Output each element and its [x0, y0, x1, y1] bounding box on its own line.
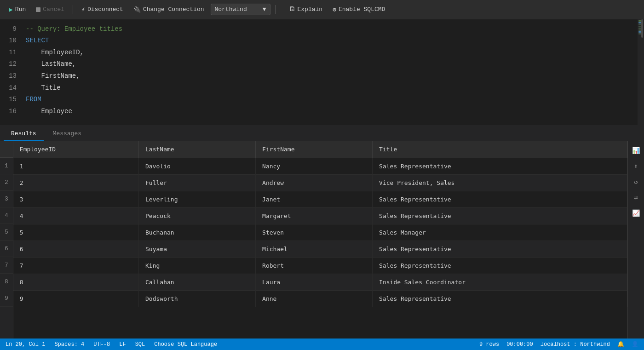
- results-table: EmployeeIDLastNameFirstNameTitle 1Davoli…: [13, 141, 627, 307]
- explain-label: Explain: [298, 6, 323, 13]
- row-number: 1: [0, 158, 13, 174]
- row-number: 6: [0, 241, 13, 257]
- toolbar-right: 🖺 Explain ⚙ Enable SQLCMD: [286, 4, 389, 15]
- database-dropdown[interactable]: Northwind ▼: [211, 4, 270, 15]
- change-connection-button[interactable]: 🔌 Change Connection: [130, 4, 208, 15]
- table-header: FirstName: [256, 141, 373, 158]
- choose-language[interactable]: Choose SQL Language: [154, 341, 217, 348]
- table-header: Title: [373, 141, 627, 158]
- change-connection-label: Change Connection: [143, 6, 204, 13]
- table-cell: Janet: [256, 191, 373, 207]
- table-cell: Nancy: [256, 158, 373, 174]
- table-cell: Davolio: [139, 158, 256, 174]
- export-icon[interactable]: ⬆: [631, 161, 642, 172]
- table-cell: Robert: [256, 257, 373, 274]
- code-area[interactable]: -- Query: Employee titlesSELECT Employee…: [22, 19, 638, 125]
- user-icon[interactable]: 👤: [632, 341, 638, 348]
- database-name: Northwind: [215, 6, 247, 13]
- row-number-column: 123456789: [0, 141, 13, 339]
- schema-icon[interactable]: ⇄: [631, 192, 642, 203]
- table-cell: Peacock: [139, 207, 256, 224]
- table-cell: Vice President, Sales: [373, 174, 627, 191]
- run-button[interactable]: ▶ Run: [6, 4, 29, 15]
- table-cell: Suyama: [139, 241, 256, 257]
- table-cell: Callahan: [139, 274, 256, 290]
- table-cell: Sales Representative: [373, 257, 627, 274]
- row-number: 3: [0, 191, 13, 207]
- tab-messages[interactable]: Messages: [46, 127, 89, 141]
- table-cell: Anne: [256, 290, 373, 307]
- table-row: 6SuyamaMichaelSales Representative: [13, 241, 627, 257]
- code-editor: 910111213141516 -- Query: Employee title…: [0, 19, 644, 125]
- connection-info: localhost : Northwind: [540, 341, 610, 348]
- tab-results[interactable]: Results: [4, 127, 44, 141]
- line-number: 9: [0, 23, 17, 35]
- chart-icon[interactable]: 📈: [631, 207, 642, 218]
- line-number: 12: [0, 58, 17, 70]
- table-cell: Sales Representative: [373, 241, 627, 257]
- line-number: 11: [0, 46, 17, 58]
- code-line: LastName,: [26, 58, 638, 70]
- cancel-icon: [36, 7, 40, 12]
- table-cell: Sales Representative: [373, 191, 627, 207]
- table-row: 9DodsworthAnneSales Representative: [13, 290, 627, 307]
- code-line: FirstName,: [26, 70, 638, 82]
- chart-bar-icon[interactable]: 📊: [631, 145, 642, 156]
- cancel-button[interactable]: Cancel: [32, 4, 68, 15]
- code-line: SELECT: [26, 35, 638, 47]
- table-cell: 1: [13, 158, 139, 174]
- table-cell: Andrew: [256, 174, 373, 191]
- separator-1: [73, 5, 73, 14]
- table-cell: King: [139, 257, 256, 274]
- row-number: 9: [0, 290, 13, 307]
- table-cell: Sales Representative: [373, 290, 627, 307]
- line-number: 13: [0, 70, 17, 82]
- explain-button[interactable]: 🖺 Explain: [286, 4, 327, 15]
- table-cell: 6: [13, 241, 139, 257]
- cancel-label: Cancel: [43, 6, 64, 13]
- disconnect-button[interactable]: ⚡ Disconnect: [78, 4, 127, 15]
- notification-icon[interactable]: 🔔: [617, 341, 624, 348]
- table-cell: 3: [13, 191, 139, 207]
- table-cell: 9: [13, 290, 139, 307]
- table-row: 1DavolioNancySales Representative: [13, 158, 627, 174]
- line-number: 16: [0, 105, 17, 117]
- code-line: -- Query: Employee titles: [26, 23, 638, 35]
- cursor-position: Ln 20, Col 1: [6, 341, 45, 348]
- sqlcmd-label: Enable SQLCMD: [339, 6, 385, 13]
- row-number: 5: [0, 224, 13, 241]
- eol-info: LF: [119, 341, 126, 348]
- code-line: Employee: [26, 105, 638, 117]
- disconnect-icon: ⚡: [81, 6, 85, 13]
- table-row: 8CallahanLauraInside Sales Coordinator: [13, 274, 627, 290]
- table-cell: Fuller: [139, 174, 256, 191]
- sqlcmd-icon: ⚙: [333, 6, 336, 13]
- table-row: 7KingRobertSales Representative: [13, 257, 627, 274]
- table-cell: Michael: [256, 241, 373, 257]
- enable-sqlcmd-button[interactable]: ⚙ Enable SQLCMD: [329, 4, 389, 15]
- table-cell: 5: [13, 224, 139, 241]
- chevron-down-icon: ▼: [263, 6, 266, 13]
- table-cell: Sales Representative: [373, 207, 627, 224]
- table-cell: Sales Representative: [373, 158, 627, 174]
- row-number: 7: [0, 257, 13, 274]
- row-number: 4: [0, 207, 13, 224]
- table-cell: Leverling: [139, 191, 256, 207]
- table-header: EmployeeID: [13, 141, 139, 158]
- right-sidebar: 📊 ⬆ ↺ ⇄ 📈: [627, 141, 644, 339]
- disconnect-label: Disconnect: [87, 6, 123, 13]
- toolbar: ▶ Run Cancel ⚡ Disconnect 🔌 Change Conne…: [0, 0, 644, 19]
- line-number: 14: [0, 82, 17, 94]
- refresh-icon[interactable]: ↺: [631, 176, 642, 187]
- results-table-wrapper[interactable]: EmployeeIDLastNameFirstNameTitle 1Davoli…: [13, 141, 627, 339]
- table-cell: Buchanan: [139, 224, 256, 241]
- query-time: 00:00:00: [506, 341, 533, 348]
- explain-icon: 🖺: [289, 6, 295, 13]
- results-content: 123456789 EmployeeIDLastNameFirstNameTit…: [0, 141, 644, 339]
- table-row: 4PeacockMargaretSales Representative: [13, 207, 627, 224]
- spaces-info: Spaces: 4: [54, 341, 84, 348]
- line-numbers: 910111213141516: [0, 19, 22, 125]
- row-count: 9 rows: [479, 341, 499, 348]
- row-number: 8: [0, 274, 13, 290]
- table-row: 2FullerAndrewVice President, Sales: [13, 174, 627, 191]
